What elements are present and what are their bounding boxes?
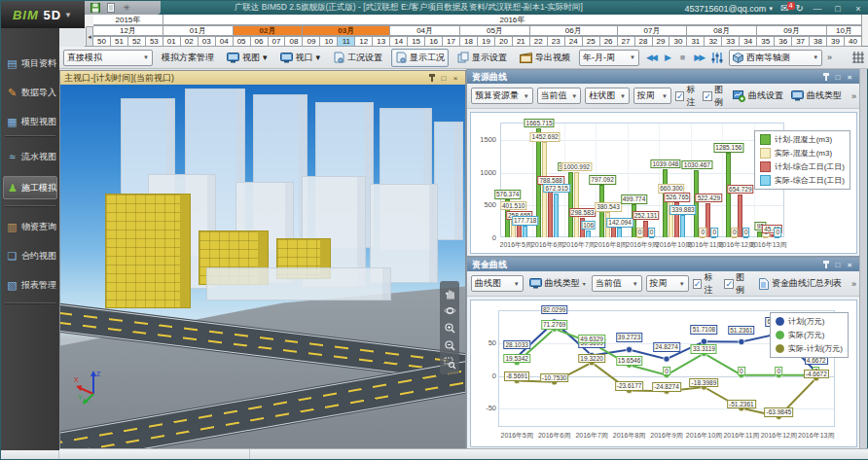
bar-2[interactable]	[700, 237, 705, 238]
bar-4[interactable]	[586, 230, 591, 237]
zoom-out-icon[interactable]	[444, 339, 456, 352]
timeline-week-cell[interactable]: 13	[373, 36, 390, 47]
timeline-week-cell[interactable]: 29	[653, 36, 670, 47]
bar-1[interactable]	[568, 172, 573, 237]
simulation-mode-combo[interactable]: 直接模拟▼	[63, 50, 153, 66]
bar-4[interactable]	[617, 228, 622, 237]
pan-hand-icon[interactable]	[444, 287, 456, 300]
sidebar-item-report-manage[interactable]: ▧报表管理	[3, 273, 57, 297]
timeline-month-cell[interactable]: 12月	[93, 25, 163, 36]
fast-forward-button[interactable]: ▶▶	[692, 53, 705, 62]
timeline-week-cell[interactable]: 16	[425, 36, 443, 47]
gear-icon[interactable]: ✳	[122, 3, 131, 13]
timeline-week-cell[interactable]: 04	[216, 36, 234, 47]
pin-icon[interactable]	[820, 72, 832, 83]
scene-3d[interactable]: Z X Y	[60, 85, 465, 448]
bar-4[interactable]	[743, 237, 748, 238]
timeline-week-cell[interactable]: 31	[687, 36, 705, 47]
timeline-week-cell[interactable]: 39	[827, 36, 845, 47]
timeline-week-cell[interactable]: 18	[460, 36, 478, 47]
data-point[interactable]	[701, 338, 706, 344]
simulation-plan-manage-button[interactable]: 模拟方案管理	[158, 49, 218, 67]
curve-setting-button[interactable]: 曲线设置	[731, 89, 785, 102]
data-point[interactable]	[739, 338, 744, 344]
save-icon[interactable]	[90, 3, 100, 13]
timeline-week-cell[interactable]: 09	[303, 36, 320, 47]
timeline-week-cell[interactable]: 51	[111, 36, 128, 47]
timeline-week-cell[interactable]: 50	[93, 36, 111, 47]
timeline-week-cell[interactable]: 32	[705, 36, 722, 47]
timeline-week-cell[interactable]: 10	[320, 36, 338, 47]
bar-4[interactable]	[523, 226, 527, 237]
sidebar-item-flow-view[interactable]: ≈流水视图	[3, 145, 57, 168]
bar-1[interactable]	[663, 169, 668, 237]
view-button[interactable]: 视图▾	[223, 49, 271, 67]
timeline-scroll-left[interactable]: ◄	[86, 26, 93, 47]
minimize-button[interactable]: —	[811, 4, 824, 14]
bar-4[interactable]	[649, 237, 654, 238]
maximize-panel-icon[interactable]: □	[438, 73, 450, 84]
timeline-week-cell[interactable]: 33	[722, 36, 740, 47]
close-panel-icon[interactable]: ×	[844, 260, 855, 270]
timeline-month-cell[interactable]: 08月	[687, 25, 757, 36]
timeline-week-cell[interactable]: 23	[548, 36, 565, 47]
maximize-panel-icon[interactable]: □	[832, 260, 844, 270]
timeline-month-cell[interactable]: 01月	[163, 25, 234, 36]
refresh-icon[interactable]: ↻	[796, 3, 804, 14]
timeline-week-cell[interactable]: 01	[163, 36, 181, 47]
timeline-week-cell[interactable]: 11	[338, 36, 355, 47]
timeline-week-cell[interactable]: 38	[810, 36, 827, 47]
sidebar-item-contract-view[interactable]: ❏合约视图	[3, 244, 57, 267]
annotation-checkbox[interactable]: ✓标注	[693, 271, 721, 297]
timeline-month-cell[interactable]: 04月	[390, 25, 460, 36]
resource-charttype-combo[interactable]: 柱状图▼	[585, 88, 630, 104]
timeline-week-cell[interactable]: 35	[757, 36, 775, 47]
legend-checkbox[interactable]: ✓图例	[724, 271, 752, 297]
capital-curve-type-button[interactable]: 曲线类型 ▾	[527, 277, 588, 290]
bar-1[interactable]	[726, 153, 731, 237]
bar-4[interactable]	[680, 215, 685, 237]
resource-source-combo[interactable]: 预算资源量▼	[471, 88, 533, 104]
timeline-week-cell[interactable]: 24	[565, 36, 583, 47]
condition-setting-button[interactable]: 工况设置	[329, 49, 386, 67]
bar-4[interactable]	[554, 194, 559, 237]
timeline-week-cell[interactable]: 27	[618, 36, 635, 47]
timeline-week-cell[interactable]: 22	[530, 36, 548, 47]
timeline-week-cell[interactable]: 08	[285, 36, 303, 47]
bar-4[interactable]	[711, 237, 716, 238]
legend-checkbox[interactable]: ✓图例	[703, 84, 727, 109]
timeline-week-cell[interactable]: 19	[478, 36, 495, 47]
data-point[interactable]	[664, 356, 669, 362]
period-combo[interactable]: 年-月-周▼	[579, 50, 639, 66]
bar-2[interactable]	[637, 237, 642, 238]
timeline-week-cell[interactable]: 36	[775, 36, 792, 47]
bar-2[interactable]	[732, 237, 737, 238]
resource-period-combo[interactable]: 按周▼	[633, 88, 671, 104]
capital-value-combo[interactable]: 当前值▼	[592, 275, 642, 292]
timeline-week-cell[interactable]: 07	[269, 36, 286, 47]
timeline-week-cell[interactable]: 34	[740, 36, 757, 47]
timeline-month-cell[interactable]: 07月	[618, 25, 688, 36]
bar-3[interactable]	[548, 186, 553, 237]
close-panel-icon[interactable]: ×	[844, 72, 855, 83]
rewind-button[interactable]: ◀◀	[644, 53, 658, 62]
document-icon[interactable]	[106, 3, 116, 13]
timeline-week-cell[interactable]: 14	[390, 36, 408, 47]
orbit-icon[interactable]	[444, 304, 456, 317]
sidebar-item-project-docs[interactable]: ▤项目资料	[3, 52, 57, 75]
play-button[interactable]: ▶	[663, 53, 673, 62]
sidebar-item-model-view[interactable]: ▦模型视图	[3, 110, 57, 133]
close-panel-icon[interactable]: ×	[450, 73, 461, 84]
export-video-button[interactable]: 导出视频	[516, 49, 574, 67]
maximize-panel-icon[interactable]: □	[832, 72, 844, 83]
capital-charttype-combo[interactable]: 曲线图▼	[471, 275, 524, 292]
timeline-week-cell[interactable]: 40	[845, 36, 862, 47]
timeline-month-cell[interactable]: 09月	[757, 25, 827, 36]
animation-settings-icon[interactable]	[710, 52, 724, 64]
timeline-week-cell[interactable]: 15	[408, 36, 425, 47]
timeline-week-cell[interactable]: 05	[234, 36, 251, 47]
curve-type-button[interactable]: 曲线类型	[789, 89, 844, 102]
timeline-week-cell[interactable]: 30	[669, 36, 687, 47]
bar-2[interactable]	[763, 237, 768, 238]
timeline-week-cell[interactable]: 52	[128, 36, 146, 47]
